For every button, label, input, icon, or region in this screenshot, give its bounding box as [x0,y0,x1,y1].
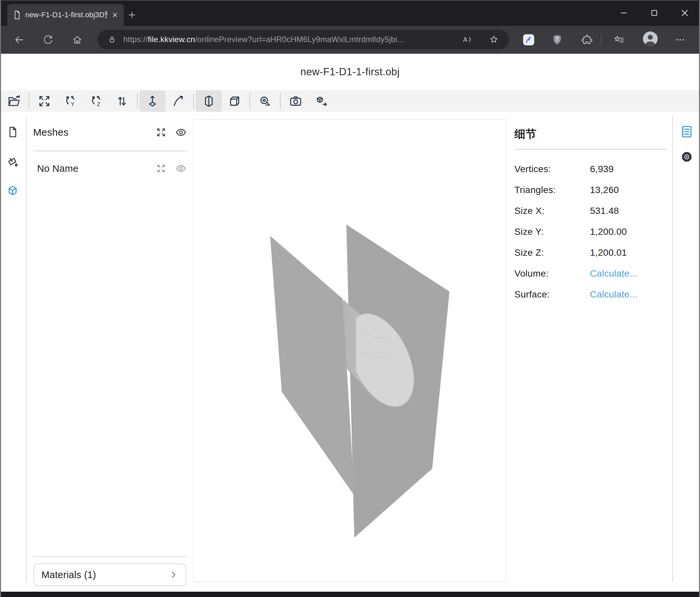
maximize-button[interactable] [639,0,670,26]
window-controls [608,0,700,26]
window-left-frame [0,0,1,597]
document-title-bar: new-F1-D1-1-first.obj [0,54,700,90]
screenshot-icon[interactable] [283,90,308,112]
viewer-toolbar: Y Z [0,90,700,112]
favorite-star-icon[interactable] [486,32,501,47]
favorites-list-icon[interactable] [612,32,626,47]
solid-view-icon[interactable] [222,90,248,112]
tab-strip: new-F1-D1-1-first.obj3D预览 [0,0,700,26]
3d-model-render [194,120,506,582]
home-icon[interactable] [70,32,84,47]
tool-divider [137,93,138,109]
open-model-icon[interactable] [1,90,27,112]
tab-close-icon[interactable] [111,10,119,19]
calculate-volume-link[interactable]: Calculate... [590,268,667,279]
toolbar-divider [601,34,601,46]
svg-text:A: A [463,36,468,43]
materials-separator [33,556,186,557]
right-rail-divider [672,116,673,582]
svg-text:Z: Z [97,101,100,107]
details-list-icon[interactable] [679,124,694,139]
flip-vertical-icon[interactable] [109,90,135,112]
measure-icon[interactable] [252,90,278,112]
browser-window: new-F1-D1-1-first.obj3D预览 [0,0,700,597]
rotate-z-icon[interactable]: Z [83,90,109,112]
address-bar[interactable]: https://file.kkview.cn/onlinePreview?url… [97,30,509,49]
details-row: Vertices: 6,939 [515,159,667,180]
svg-text:Y: Y [71,101,75,107]
tool-divider [29,93,29,109]
model-viewport[interactable] [193,119,506,582]
meshes-panel-header: Meshes [33,123,187,142]
refresh-icon[interactable] [41,32,55,47]
tool-divider [280,93,281,109]
mesh-name: No Name [37,163,148,174]
shaded-view-icon[interactable] [196,90,222,112]
materials-button-label: Materials (1) [42,570,168,580]
materials-button[interactable]: Materials (1) [33,564,186,586]
document-title: new-F1-D1-1-first.obj [300,66,400,78]
fit-all-icon[interactable] [155,126,167,139]
window-bottom-frame [0,592,700,597]
back-icon[interactable] [12,32,26,47]
details-row: Size X: 531.48 [515,200,667,221]
svg-text:T: T [555,36,559,43]
extension-shield-icon[interactable]: T [550,32,565,47]
details-separator [515,149,667,149]
lock-icon[interactable] [105,32,119,47]
details-row: Size Z: 1,200.01 [515,242,667,263]
details-panel-title: 细节 [515,127,667,142]
calculate-surface-link[interactable]: Calculate... [590,289,667,300]
visibility-all-eye-icon[interactable] [175,126,187,139]
materials-icon[interactable] [6,156,19,169]
tool-divider [193,93,194,109]
file-info-icon[interactable] [6,125,19,139]
more-options-icon[interactable] [673,32,688,47]
model-left-plane [270,236,354,496]
visibility-mesh-eye-icon[interactable] [175,162,187,175]
chevron-right-icon [168,570,178,580]
window-close-button[interactable] [670,0,700,26]
details-panel: 细节 Vertices: 6,939 Triangles: 13,260 Siz… [515,127,667,142]
window-top-frame [0,0,700,1]
details-row: Surface: Calculate... [515,284,667,305]
extension-bird-icon[interactable] [521,32,536,47]
rotate-y-icon[interactable]: Y [57,90,83,112]
new-tab-button[interactable] [125,8,139,22]
fit-mesh-icon[interactable] [155,162,167,175]
read-aloud-icon[interactable]: A [460,32,474,47]
extensions-puzzle-icon[interactable] [580,32,594,47]
meshes-separator [33,150,187,151]
fit-view-icon[interactable] [31,90,57,112]
details-row: Volume: Calculate... [515,263,667,284]
navigation-bar: https://file.kkview.cn/onlinePreview?url… [0,26,700,54]
rail-divider [26,116,26,582]
settings-gear-icon[interactable] [679,149,694,165]
details-row: Size Y: 1,200.00 [515,221,667,242]
orbit-icon[interactable] [166,90,191,112]
browser-tab[interactable]: new-F1-D1-1-first.obj3D预览 [7,4,124,26]
meshes-panel-title: Meshes [33,127,148,138]
tab-title: new-F1-D1-1-first.obj3D预览 [25,10,107,20]
url-text[interactable]: https://file.kkview.cn/onlinePreview?url… [123,30,405,49]
model-tree-icon[interactable] [6,184,19,198]
minimize-button[interactable] [608,0,639,26]
details-rows: Vertices: 6,939 Triangles: 13,260 Size X… [515,159,667,305]
tool-divider [250,93,250,109]
export-model-icon[interactable] [308,90,334,112]
mesh-list-item[interactable]: No Name [37,159,187,178]
details-row: Triangles: 13,260 [515,180,667,200]
tab-favicon-icon [12,10,22,20]
avatar[interactable] [643,31,657,46]
move-axis-icon[interactable] [140,90,166,112]
